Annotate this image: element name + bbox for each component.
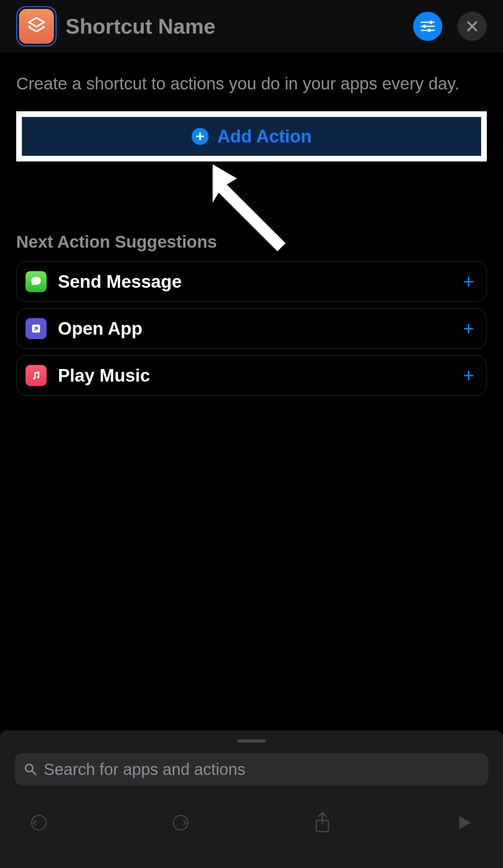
shortcuts-app-icon [19,9,54,44]
shortcut-icon-button[interactable] [16,6,57,47]
close-button[interactable] [458,12,487,41]
svg-point-1 [429,21,433,24]
svg-point-5 [428,29,431,32]
suggestion-label: Send Message [58,272,463,292]
svg-marker-17 [459,816,471,829]
suggestion-play-music[interactable]: Play Music + [16,355,487,396]
search-sheet[interactable] [0,730,503,868]
redo-button[interactable] [168,810,194,836]
annotation-arrow-icon [196,160,310,274]
shortcut-title[interactable]: Shortcut Name [66,14,404,38]
plus-circle-icon [192,128,209,145]
undo-button[interactable] [26,810,52,836]
intro-text: Create a shortcut to actions you do in y… [16,73,487,95]
add-action-highlight: Add Action [16,111,487,161]
main-content: Create a shortcut to actions you do in y… [0,53,503,396]
svg-line-13 [32,771,36,775]
suggestion-label: Open App [58,318,463,339]
settings-button[interactable] [413,12,442,41]
suggestion-open-app[interactable]: Open App + [16,308,487,349]
suggestion-label: Play Music [58,365,463,386]
search-icon [23,762,37,776]
layers-icon [26,15,47,37]
play-icon [455,814,473,832]
suggestions-heading: Next Action Suggestions [16,232,487,252]
undo-icon [29,813,49,833]
add-suggestion-button[interactable]: + [463,270,474,293]
redo-icon [171,813,191,833]
bottom-toolbar [15,810,488,836]
suggestion-send-message[interactable]: Send Message + [16,261,487,302]
run-button[interactable] [451,810,477,836]
add-suggestion-button[interactable]: + [463,364,474,386]
header-bar: Shortcut Name [0,0,503,53]
sheet-grabber[interactable] [237,739,266,743]
open-app-icon [26,318,47,339]
share-button[interactable] [309,810,335,836]
close-icon [466,20,479,33]
add-action-label: Add Action [217,126,312,146]
search-field[interactable] [15,753,488,785]
share-icon [313,811,332,834]
svg-point-3 [423,25,426,28]
add-suggestion-button[interactable]: + [463,317,474,340]
music-app-icon [26,365,47,386]
add-action-button[interactable]: Add Action [22,117,481,156]
sliders-icon [420,18,436,34]
search-input[interactable] [44,760,480,779]
messages-app-icon [26,271,47,292]
